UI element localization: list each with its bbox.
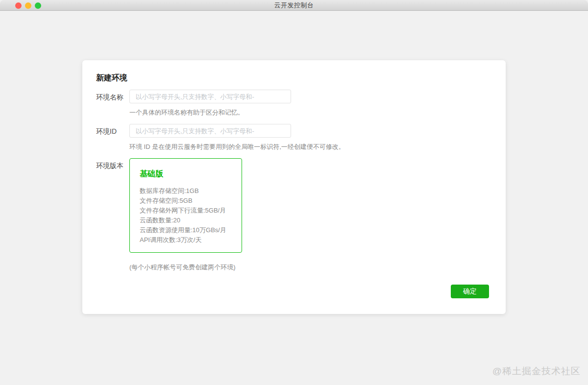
new-environment-dialog: 新建环境 环境名称 一个具体的环境名称有助于区分和记忆。 环境ID 环境 ID … bbox=[82, 60, 506, 314]
env-name-row: 环境名称 bbox=[96, 90, 291, 103]
confirm-button[interactable]: 确定 bbox=[451, 285, 489, 298]
titlebar: 云开发控制台 bbox=[0, 0, 588, 11]
env-name-input[interactable] bbox=[129, 90, 291, 103]
env-name-help: 一个具体的环境名称有助于区分和记忆。 bbox=[129, 108, 244, 117]
free-env-note: (每个小程序帐号可免费创建两个环境) bbox=[129, 263, 236, 272]
zoom-button[interactable] bbox=[35, 2, 41, 9]
close-button[interactable] bbox=[15, 2, 22, 9]
env-version-row: 环境版本 基础版 数据库存储空间:1GB 文件存储空间:5GB 文件存储外网下行… bbox=[96, 158, 242, 253]
page-title: 新建环境 bbox=[96, 73, 127, 83]
traffic-lights bbox=[15, 0, 41, 11]
env-id-input[interactable] bbox=[129, 124, 291, 138]
env-version-label: 环境版本 bbox=[96, 158, 129, 253]
env-name-label: 环境名称 bbox=[96, 90, 129, 103]
env-id-help: 环境 ID 是在使用云服务时需要用到的全局唯一标识符,一经创建便不可修改。 bbox=[129, 143, 345, 151]
window-title: 云开发控制台 bbox=[274, 1, 314, 10]
plan-card-basic[interactable]: 基础版 数据库存储空间:1GB 文件存储空间:5GB 文件存储外网下行流量:5G… bbox=[129, 158, 242, 253]
app-window: 云开发控制台 新建环境 环境名称 一个具体的环境名称有助于区分和记忆。 环境ID… bbox=[0, 0, 588, 385]
plan-spec-download-traffic: 文件存储外网下行流量:5GB/月 bbox=[140, 206, 232, 216]
minimize-button[interactable] bbox=[25, 2, 31, 9]
env-id-row: 环境ID bbox=[96, 124, 291, 138]
plan-spec-file-storage: 文件存储空间:5GB bbox=[140, 196, 232, 206]
plan-spec-function-count: 云函数数量:20 bbox=[140, 216, 232, 225]
plan-spec-function-usage: 云函数资源使用量:10万GBs/月 bbox=[140, 225, 232, 235]
plan-spec-db-storage: 数据库存储空间:1GB bbox=[140, 186, 232, 196]
watermark: @稀土掘金技术社区 bbox=[492, 365, 581, 378]
plan-name: 基础版 bbox=[140, 169, 232, 179]
env-id-label: 环境ID bbox=[96, 124, 129, 138]
plan-spec-api-calls: API调用次数:3万次/天 bbox=[140, 235, 232, 245]
